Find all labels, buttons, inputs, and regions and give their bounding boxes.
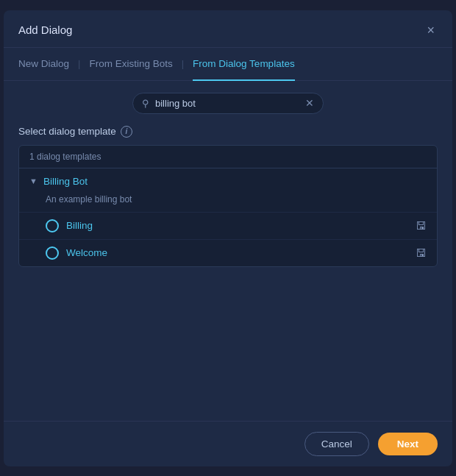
dialog-welcome-name: Welcome bbox=[66, 247, 107, 258]
search-input[interactable] bbox=[155, 98, 301, 109]
section-label: Select dialog template i bbox=[18, 126, 438, 138]
modal-header: Add Dialog × bbox=[4, 10, 452, 48]
dialog-item-billing[interactable]: Billing 🖫 bbox=[19, 212, 437, 239]
results-count: 1 dialog templates bbox=[19, 146, 437, 168]
bot-group-header: ▼ Billing Bot bbox=[19, 168, 437, 194]
search-icon: ⚲ bbox=[142, 98, 149, 109]
chevron-down-icon[interactable]: ▼ bbox=[29, 177, 38, 185]
search-clear-button[interactable]: ✕ bbox=[301, 98, 314, 108]
modal-title: Add Dialog bbox=[18, 24, 72, 36]
add-dialog-modal: Add Dialog × New Dialog | From Existing … bbox=[4, 10, 452, 466]
modal-footer: Cancel Next bbox=[4, 421, 452, 466]
radio-billing[interactable] bbox=[46, 219, 59, 232]
search-wrapper: ⚲ ✕ bbox=[18, 93, 438, 114]
tab-from-dialog-templates[interactable]: From Dialog Templates bbox=[193, 48, 295, 81]
bot-group-description: An example billing bot bbox=[19, 194, 437, 212]
dialog-item-billing-left: Billing bbox=[46, 219, 93, 232]
tab-new-dialog[interactable]: New Dialog bbox=[18, 48, 69, 81]
dialog-item-welcome-left: Welcome bbox=[46, 246, 107, 260]
results-box: 1 dialog templates ▼ Billing Bot An exam… bbox=[18, 145, 438, 267]
search-box: ⚲ ✕ bbox=[132, 93, 324, 114]
modal-body: ⚲ ✕ Select dialog template i 1 dialog te… bbox=[4, 81, 452, 421]
info-icon: i bbox=[121, 126, 132, 138]
cancel-button[interactable]: Cancel bbox=[304, 432, 369, 456]
tab-from-existing-bots[interactable]: From Existing Bots bbox=[89, 48, 172, 81]
dialog-item-welcome[interactable]: Welcome 🖫 bbox=[19, 239, 437, 266]
section-label-text: Select dialog template bbox=[18, 126, 116, 137]
bot-group-name: Billing Bot bbox=[43, 176, 88, 187]
radio-welcome[interactable] bbox=[46, 246, 59, 260]
tab-bar: New Dialog | From Existing Bots | From D… bbox=[4, 48, 452, 81]
close-button[interactable]: × bbox=[424, 22, 438, 38]
tab-separator-1: | bbox=[78, 58, 80, 69]
dialog-welcome-icon: 🖫 bbox=[416, 246, 427, 259]
tab-separator-2: | bbox=[182, 58, 184, 69]
dialog-billing-name: Billing bbox=[66, 220, 93, 231]
next-button[interactable]: Next bbox=[378, 433, 438, 455]
dialog-billing-icon: 🖫 bbox=[416, 219, 427, 232]
